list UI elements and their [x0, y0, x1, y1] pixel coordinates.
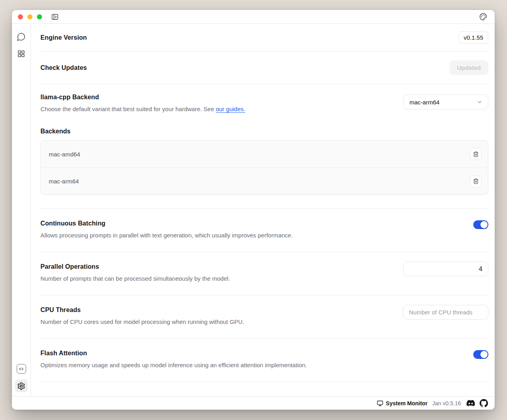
app-window: Engine Version v0.1.55 Check Updates Upd… [12, 10, 495, 410]
engine-version-badge: v0.1.55 [459, 31, 488, 44]
palette-icon[interactable] [479, 13, 487, 21]
backends-list: mac-amd64 mac-arm64 [40, 140, 488, 195]
flash-attention-toggle[interactable] [473, 350, 488, 359]
backend-label: llama-cpp Backend [40, 94, 245, 101]
delete-backend-button[interactable] [470, 175, 482, 187]
system-monitor-button[interactable]: System Monitor [377, 400, 428, 407]
cpu-threads-section: CPU Threads Number of CPU cores used for… [40, 295, 488, 339]
backend-select-value: mac-arm64 [409, 99, 440, 106]
continuous-batching-text: Continuous Batching Allows processing pr… [40, 220, 293, 240]
backend-select[interactable]: mac-arm64 [403, 94, 488, 110]
guides-link[interactable]: our guides. [216, 106, 245, 112]
backend-description-text: Choose the default variant that best sui… [40, 106, 216, 112]
system-monitor-label: System Monitor [386, 400, 428, 407]
chevron-down-icon [476, 99, 483, 105]
cpu-threads-text: CPU Threads Number of CPU cores used for… [40, 306, 244, 326]
settings-panel: Engine Version v0.1.55 Check Updates Upd… [31, 24, 495, 396]
flash-attention-section: Flash Attention Optimizes memory usage a… [40, 339, 488, 382]
backend-section: llama-cpp Backend Choose the default var… [40, 84, 488, 209]
engine-version-row: Engine Version v0.1.55 [40, 24, 488, 52]
app-version: Jan v0.5.16 [432, 400, 461, 407]
parallel-operations-description: Number of prompts that can be processed … [40, 274, 230, 283]
minimize-window-button[interactable] [27, 14, 33, 19]
grid-icon [17, 50, 25, 58]
continuous-batching-description: Allows processing prompts in parallel wi… [40, 231, 293, 240]
sidebar-item-chat[interactable] [17, 32, 26, 41]
backends-label: Backends [40, 128, 488, 135]
trash-icon [473, 151, 479, 157]
panel-toggle-icon[interactable] [51, 13, 59, 21]
backend-list-item: mac-arm64 [41, 168, 488, 195]
flash-attention-description: Optimizes memory usage and speeds up mod… [40, 361, 307, 370]
continuous-batching-toggle[interactable] [473, 220, 488, 229]
traffic-lights [18, 14, 42, 19]
check-updates-label: Check Updates [40, 64, 87, 71]
parallel-operations-text: Parallel Operations Number of prompts th… [40, 263, 230, 283]
continuous-batching-label: Continuous Batching [40, 220, 293, 227]
backend-item-name: mac-arm64 [49, 178, 79, 185]
gear-icon [15, 380, 28, 392]
sidebar [12, 24, 31, 396]
cpu-threads-input[interactable] [403, 305, 488, 320]
backend-text: llama-cpp Backend Choose the default var… [40, 94, 245, 114]
cpu-threads-label: CPU Threads [40, 306, 244, 314]
check-updates-row: Check Updates Updated [40, 52, 488, 84]
sidebar-item-hub[interactable] [17, 50, 25, 58]
backend-description: Choose the default variant that best sui… [40, 105, 245, 114]
parallel-operations-input[interactable] [403, 262, 488, 276]
code-icon [17, 364, 26, 374]
delete-backend-button[interactable] [470, 148, 482, 160]
zoom-window-button[interactable] [37, 14, 42, 19]
trash-icon [473, 178, 479, 184]
continuous-batching-section: Continuous Batching Allows processing pr… [40, 209, 488, 252]
backend-list-item: mac-amd64 [41, 141, 488, 168]
chat-bubble-icon [17, 32, 26, 41]
parallel-operations-section: Parallel Operations Number of prompts th… [40, 252, 488, 295]
discord-icon[interactable] [467, 399, 475, 407]
parallel-operations-label: Parallel Operations [40, 263, 230, 270]
sidebar-item-settings[interactable] [15, 382, 28, 392]
sidebar-item-local-api-server[interactable] [17, 364, 26, 374]
engine-version-label: Engine Version [40, 34, 87, 41]
cpu-threads-description: Number of CPU cores used for model proce… [40, 318, 244, 326]
flash-attention-label: Flash Attention [40, 350, 307, 357]
github-icon[interactable] [480, 399, 488, 407]
flash-attention-text: Flash Attention Optimizes memory usage a… [40, 350, 307, 370]
close-window-button[interactable] [18, 14, 23, 19]
check-updates-button[interactable]: Updated [449, 60, 488, 75]
monitor-icon [377, 400, 383, 407]
status-bar: System Monitor Jan v0.5.16 [12, 396, 495, 410]
backend-item-name: mac-amd64 [49, 151, 80, 158]
titlebar [12, 10, 495, 24]
